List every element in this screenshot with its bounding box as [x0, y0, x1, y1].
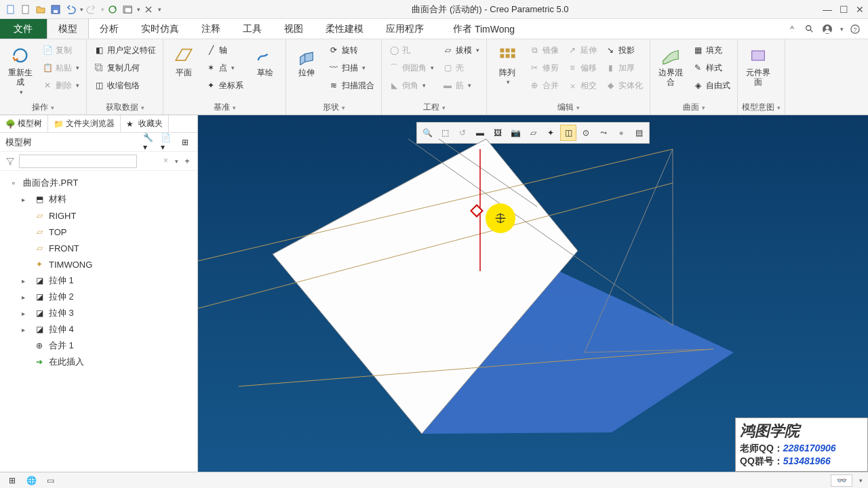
rib-button[interactable]: ▬筋▾ — [439, 77, 482, 94]
boundary-blend-button[interactable]: 边界混合 — [654, 42, 687, 90]
tab-model-tree[interactable]: 🌳模型树 — [0, 115, 48, 132]
tree-show-icon[interactable]: ⊞ — [178, 136, 192, 149]
svg-rect-6 — [125, 7, 132, 13]
shell-button[interactable]: ▢壳 — [439, 60, 482, 76]
author-label: 作者 TimWong — [442, 19, 526, 39]
sb-globe-icon[interactable]: 🌐 — [24, 474, 38, 487]
style-button[interactable]: ✎样式 — [690, 60, 733, 76]
svg-point-4 — [109, 6, 116, 13]
account-icon[interactable] — [821, 23, 833, 35]
tree-root[interactable]: ▫曲面合并.PRT — [3, 175, 195, 191]
offset-button[interactable]: ≡偏移 — [564, 60, 599, 76]
plane-button[interactable]: 平面 — [167, 42, 200, 80]
tree-item-front[interactable]: ▱FRONT — [3, 240, 195, 256]
sketch-button[interactable]: 草绘 — [249, 42, 281, 80]
regen-icon[interactable] — [106, 3, 119, 16]
intersect-button[interactable]: ⨉相交 — [564, 77, 599, 94]
tree-item-extrude4[interactable]: ▸◪拉伸 4 — [3, 321, 195, 338]
tree-item-csys[interactable]: ✦TIMWONG — [3, 256, 195, 272]
tree-item-right[interactable]: ▱RIGHT — [3, 207, 195, 224]
close-doc-icon[interactable] — [142, 3, 155, 16]
revolve-button[interactable]: ⟳旋转 — [326, 42, 377, 58]
tree-item-extrude3[interactable]: ▸◪拉伸 3 — [3, 305, 195, 321]
maximize-button[interactable]: ☐ — [835, 1, 852, 18]
paste-button[interactable]: 📋粘贴▾ — [39, 60, 82, 76]
clear-filter-icon[interactable]: × — [163, 156, 168, 165]
chamfer-button[interactable]: ◣倒角▾ — [386, 77, 437, 94]
tree-display-icon[interactable]: 📄▾ — [161, 136, 174, 149]
component-interface-button[interactable]: 元件界面 — [742, 42, 774, 90]
save-icon[interactable] — [49, 3, 62, 16]
delete-button[interactable]: ✕删除▾ — [39, 77, 82, 94]
csys-button[interactable]: ✦坐标系 — [203, 77, 246, 94]
sweep-button[interactable]: 〰扫描▾ — [326, 60, 377, 76]
add-filter-icon[interactable]: + — [181, 155, 193, 167]
tree-item-extrude2[interactable]: ▸◪拉伸 2 — [3, 289, 195, 305]
tree-item-extrude1[interactable]: ▸◪拉伸 1 — [3, 272, 195, 289]
redo-icon[interactable] — [85, 3, 98, 16]
tree-item-insert[interactable]: ➔在此插入 — [3, 354, 195, 370]
new-file-icon[interactable] — [4, 3, 18, 16]
help-icon[interactable]: ? — [849, 23, 861, 35]
open-icon[interactable] — [34, 3, 47, 16]
extrude-button[interactable]: 拉伸 — [290, 42, 323, 80]
tree-item-top[interactable]: ▱TOP — [3, 224, 195, 240]
window-dropdown[interactable]: ▾ — [137, 6, 140, 13]
mirror-button[interactable]: ⧉镜像 — [526, 42, 561, 58]
svg-rect-15 — [500, 54, 505, 58]
tab-analysis[interactable]: 分析 — [89, 19, 130, 39]
draft-button[interactable]: ▱拔模▾ — [439, 42, 482, 58]
tree-filter-input[interactable] — [19, 155, 137, 168]
tab-model[interactable]: 模型 — [47, 19, 89, 39]
new-icon[interactable] — [19, 3, 33, 16]
filter-icon[interactable] — [4, 155, 16, 167]
redo-dropdown[interactable]: ▾ — [101, 6, 104, 13]
solidify-button[interactable]: ◆实体化 — [602, 77, 646, 94]
axis-button[interactable]: ╱轴 — [203, 42, 246, 58]
fill-button[interactable]: ▦填充 — [690, 42, 733, 58]
copy-button[interactable]: 📄复制 — [39, 42, 82, 58]
tab-flex[interactable]: 柔性建模 — [315, 19, 375, 39]
freestyle-button[interactable]: ◈自由式 — [690, 77, 733, 94]
tab-livesim[interactable]: 实时仿真 — [130, 19, 191, 39]
window-icon[interactable] — [121, 3, 134, 16]
regenerate-button[interactable]: 重新生成▾ — [4, 42, 37, 98]
tree-settings-icon[interactable]: 🔧▾ — [143, 136, 157, 149]
3d-viewport[interactable]: 🔍 ⬚ ↺ ▬ 🖼 📷 ▱ ✦ ◫ ⊙ ⤳ ● ▤ — [198, 115, 868, 472]
trim-button[interactable]: ✂修剪 — [526, 60, 561, 76]
sweepblend-button[interactable]: ≋扫描混合 — [326, 77, 377, 94]
filter-dropdown[interactable]: ▾ — [175, 158, 178, 165]
tab-tools[interactable]: 工具 — [232, 19, 273, 39]
extend-button[interactable]: ↗延伸 — [564, 42, 599, 58]
collapse-ribbon-icon[interactable]: ^ — [786, 23, 798, 35]
minimize-button[interactable]: — — [819, 1, 835, 18]
search-icon[interactable] — [804, 23, 816, 35]
tree-item-merge1[interactable]: ⊕合并 1 — [3, 338, 195, 354]
sb-find-icon[interactable]: 👓 — [831, 474, 852, 487]
shrinkwrap-button[interactable]: ◫收缩包络 — [91, 77, 159, 94]
tab-apps[interactable]: 应用程序 — [375, 19, 435, 39]
file-tab[interactable]: 文件 — [0, 19, 47, 39]
sb-grid-icon[interactable]: ⊞ — [5, 474, 19, 487]
thicken-button[interactable]: ▮加厚 — [602, 60, 646, 76]
model-tree-panel: 🌳模型树 📁文件夹浏览器 ★收藏夹 模型树 🔧▾ 📄▾ ⊞ × ▾ + ▫曲面合… — [0, 115, 198, 472]
account-dropdown[interactable]: ▾ — [840, 26, 844, 33]
sb-find-dropdown[interactable]: ▾ — [859, 477, 863, 484]
project-button[interactable]: ↘投影 — [602, 42, 646, 58]
tab-favorites[interactable]: ★收藏夹 — [121, 115, 169, 132]
undo-dropdown[interactable]: ▾ — [80, 6, 83, 13]
round-button[interactable]: ⌒倒圆角▾ — [386, 60, 437, 76]
undo-icon[interactable] — [64, 3, 77, 16]
hole-button[interactable]: ◯孔 — [386, 42, 437, 58]
pattern-button[interactable]: 阵列▾ — [491, 42, 524, 88]
copygeo-button[interactable]: ⿻复制几何 — [91, 60, 159, 76]
tab-annotate[interactable]: 注释 — [191, 19, 232, 39]
tab-folder-browser[interactable]: 📁文件夹浏览器 — [48, 115, 121, 132]
udf-button[interactable]: ◧用户定义特征 — [91, 42, 159, 58]
merge-button[interactable]: ⊕合并 — [526, 77, 561, 94]
point-button[interactable]: ✶点▾ — [203, 60, 246, 76]
tree-item-material[interactable]: ▸⬒材料 — [3, 191, 195, 207]
sb-box-icon[interactable]: ▭ — [43, 474, 57, 487]
tab-view[interactable]: 视图 — [273, 19, 315, 39]
close-button[interactable]: ✕ — [852, 1, 868, 18]
